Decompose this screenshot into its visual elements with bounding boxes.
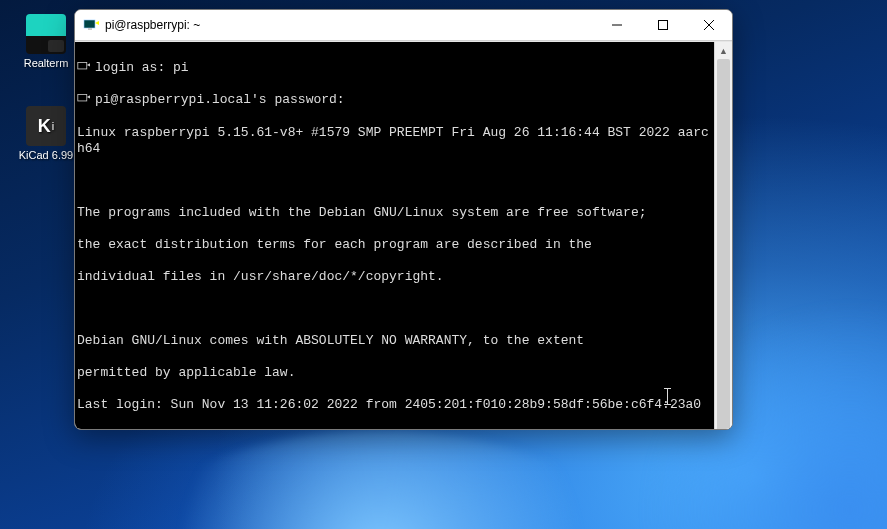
svg-rect-1 — [88, 28, 92, 30]
desktop-icon-label: KiCad 6.99 — [14, 149, 78, 161]
term-text: the exact distribution terms for each pr… — [77, 237, 712, 253]
minimize-button[interactable] — [594, 10, 640, 40]
putty-window: pi@raspberrypi: ~ login as: pi pi@raspbe… — [74, 9, 733, 430]
scroll-thumb[interactable] — [717, 59, 730, 430]
terminal-cursor — [227, 429, 235, 430]
window-title: pi@raspberrypi: ~ — [105, 18, 200, 32]
term-text: pi@raspberrypi.local's password: — [95, 93, 345, 108]
putty-line-icon — [77, 92, 91, 108]
desktop-icon-kicad[interactable]: Ki KiCad 6.99 — [14, 106, 78, 161]
putty-line-icon — [77, 60, 91, 76]
term-text: Last login: Sun Nov 13 11:26:02 2022 fro… — [77, 397, 712, 413]
term-text: login as: — [95, 60, 173, 75]
terminal[interactable]: login as: pi pi@raspberrypi.local's pass… — [75, 42, 714, 430]
term-text: individual files in /usr/share/doc/*/cop… — [77, 269, 712, 285]
svg-rect-7 — [78, 95, 87, 102]
scroll-track[interactable] — [715, 59, 732, 430]
desktop-icon-realterm[interactable]: Realterm — [14, 14, 78, 69]
scroll-up-arrow[interactable]: ▲ — [715, 42, 732, 59]
svg-rect-3 — [659, 21, 668, 30]
svg-rect-0 — [84, 20, 95, 28]
svg-rect-6 — [78, 62, 87, 69]
term-text: permitted by applicable law. — [77, 365, 712, 381]
maximize-button[interactable] — [640, 10, 686, 40]
text-cursor-ibeam — [667, 388, 668, 405]
vertical-scrollbar[interactable]: ▲ ▼ — [714, 42, 732, 430]
term-text: Linux raspberrypi 5.15.61-v8+ #1579 SMP … — [77, 125, 712, 157]
close-button[interactable] — [686, 10, 732, 40]
putty-icon — [83, 17, 99, 33]
term-text: The programs included with the Debian GN… — [77, 205, 712, 221]
bloom-decor — [120, 430, 640, 529]
desktop-icon-label: Realterm — [14, 57, 78, 69]
titlebar[interactable]: pi@raspberrypi: ~ — [75, 10, 732, 41]
term-text: pi — [173, 60, 189, 75]
realterm-icon — [26, 14, 66, 54]
kicad-icon: Ki — [26, 106, 66, 146]
term-text: Debian GNU/Linux comes with ABSOLUTELY N… — [77, 333, 712, 349]
